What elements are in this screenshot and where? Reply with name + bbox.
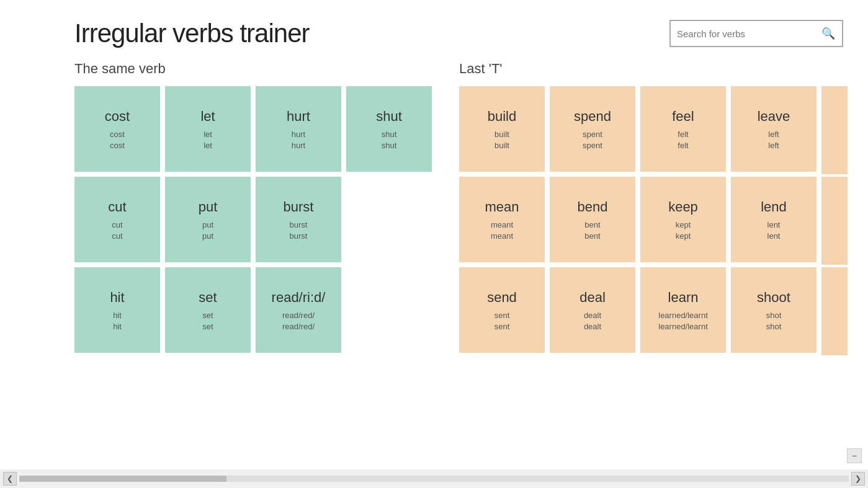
verb-card-mean[interactable]: mean meant meant xyxy=(459,177,545,262)
verb-past: put xyxy=(202,220,213,229)
verb-past: built xyxy=(494,130,509,139)
bottom-scrollbar: ❮ ❯ xyxy=(0,469,868,488)
verb-base: shoot xyxy=(757,290,790,306)
verb-past: hit xyxy=(113,311,122,320)
verb-base: cut xyxy=(108,199,126,215)
verb-card-bend[interactable]: bend bent bent xyxy=(550,177,635,262)
verb-pp: built xyxy=(494,141,509,150)
partial-card-row1 xyxy=(821,86,848,174)
empty-cell xyxy=(346,177,434,265)
verb-base: learn xyxy=(668,290,699,306)
verb-past: read/red/ xyxy=(282,311,315,320)
verb-past: meant xyxy=(491,220,513,229)
verb-base: put xyxy=(199,199,218,215)
verb-base: hit xyxy=(110,290,124,306)
verb-base: bend xyxy=(578,199,608,215)
verb-card-build[interactable]: build built built xyxy=(459,86,545,172)
verb-card-keep[interactable]: keep kept kept xyxy=(640,177,726,262)
verb-pp: bent xyxy=(584,231,600,241)
verb-base: hurt xyxy=(287,109,310,125)
last-t-title: Last 'T' xyxy=(459,61,848,77)
verb-pp: set xyxy=(202,322,213,331)
verb-pp: spent xyxy=(583,141,602,150)
verb-pp: hurt xyxy=(292,141,305,150)
verb-pp: sent xyxy=(494,322,510,331)
verb-past: hurt xyxy=(292,130,305,139)
verb-card-burst[interactable]: burst burst burst xyxy=(256,177,341,262)
last-t-grid: build built built spend spent spent feel… xyxy=(459,86,848,355)
verb-card-cost[interactable]: cost cost cost xyxy=(74,86,160,172)
header: Irregular verbs trainer 🔍 xyxy=(0,0,868,55)
verb-card-shut[interactable]: shut shut shut xyxy=(346,86,432,172)
verb-card-hurt[interactable]: hurt hurt hurt xyxy=(256,86,341,172)
verb-past: cost xyxy=(110,130,125,139)
empty-cell-2 xyxy=(346,267,434,355)
scroll-right-button[interactable]: ❯ xyxy=(851,472,865,486)
verb-pp: learned/learnt xyxy=(658,322,708,331)
partial-card-row3 xyxy=(821,267,848,355)
verb-base: keep xyxy=(668,199,698,215)
scrollbar-track[interactable] xyxy=(19,476,849,482)
verb-base: feel xyxy=(672,109,694,125)
verb-card-learn[interactable]: learn learned/learnt learned/learnt xyxy=(640,267,726,353)
verb-base: mean xyxy=(485,199,519,215)
verb-pp: dealt xyxy=(584,322,601,331)
zoom-out-button[interactable]: − xyxy=(847,448,862,463)
verb-pp: burst xyxy=(290,231,308,241)
verb-base: burst xyxy=(284,199,314,215)
verb-card-set[interactable]: set set set xyxy=(165,267,251,353)
verb-past: dealt xyxy=(584,311,601,320)
scroll-left-button[interactable]: ❮ xyxy=(3,472,17,486)
search-button[interactable]: 🔍 xyxy=(815,21,842,46)
verb-base: shut xyxy=(376,109,402,125)
verb-pp: read/red/ xyxy=(282,322,315,331)
verb-past: shut xyxy=(382,130,397,139)
verb-pp: felt xyxy=(678,141,688,150)
verb-pp: meant xyxy=(491,231,513,241)
verb-pp: cut xyxy=(112,231,122,241)
verb-base: lend xyxy=(761,199,787,215)
verb-past: cut xyxy=(112,220,122,229)
verb-card-cut[interactable]: cut cut cut xyxy=(74,177,160,262)
verb-card-hit[interactable]: hit hit hit xyxy=(74,267,160,353)
verb-card-send[interactable]: send sent sent xyxy=(459,267,545,353)
verb-card-put[interactable]: put put put xyxy=(165,177,251,262)
verb-pp: put xyxy=(202,231,213,241)
verb-card-spend[interactable]: spend spent spent xyxy=(550,86,635,172)
main-content: The same verb cost cost cost let let let… xyxy=(0,55,868,355)
verb-card-let[interactable]: let let let xyxy=(165,86,251,172)
partial-card-row2 xyxy=(821,177,848,265)
verb-past: lent xyxy=(767,220,781,229)
verb-past: felt xyxy=(678,130,688,139)
verb-past: burst xyxy=(290,220,308,229)
verb-base: set xyxy=(199,290,217,306)
verb-card-feel[interactable]: feel felt felt xyxy=(640,86,726,172)
verb-card-leave[interactable]: leave left left xyxy=(731,86,817,172)
verb-base: build xyxy=(488,109,516,125)
last-t-section: Last 'T' build built built spend spent s… xyxy=(459,55,848,355)
scrollbar-thumb xyxy=(19,476,226,482)
verb-pp: lent xyxy=(767,231,781,241)
verb-past: learned/learnt xyxy=(658,311,708,320)
verb-pp: hit xyxy=(113,322,122,331)
same-verb-section: The same verb cost cost cost let let let… xyxy=(74,55,434,355)
verb-pp: cost xyxy=(110,141,125,150)
verb-base: deal xyxy=(579,290,606,306)
app-title: Irregular verbs trainer xyxy=(74,19,309,48)
verb-pp: kept xyxy=(676,231,691,241)
verb-card-lend[interactable]: lend lent lent xyxy=(731,177,817,262)
verb-past: set xyxy=(202,311,213,320)
verb-base: cost xyxy=(105,109,130,125)
verb-card-read[interactable]: read/ri:d/ read/red/ read/red/ xyxy=(256,267,341,353)
verb-base: leave xyxy=(758,109,790,125)
verb-base: send xyxy=(487,290,517,306)
verb-pp: left xyxy=(768,141,779,150)
verb-card-shoot[interactable]: shoot shot shot xyxy=(731,267,817,353)
same-verb-grid: cost cost cost let let let hurt hurt hur… xyxy=(74,86,434,355)
same-verb-title: The same verb xyxy=(74,61,434,77)
search-input[interactable] xyxy=(671,21,815,46)
verb-card-deal[interactable]: deal dealt dealt xyxy=(550,267,635,353)
verb-past: sent xyxy=(494,311,510,320)
verb-base: read/ri:d/ xyxy=(272,290,326,306)
verb-past: shot xyxy=(766,311,782,320)
